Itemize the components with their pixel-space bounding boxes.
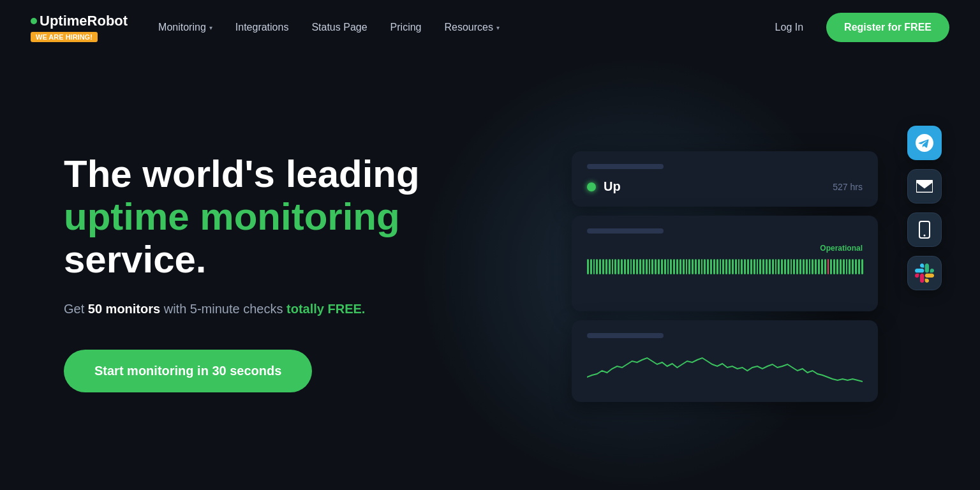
register-button[interactable]: Register for FREE xyxy=(826,13,949,42)
hero-dashboard: Up 527 hrs Operational // We'll render t… xyxy=(572,126,942,419)
monitor-card-response xyxy=(572,320,878,402)
cta-button[interactable]: Start monitoring in 30 seconds xyxy=(64,350,312,392)
logo-text: UptimeRobot xyxy=(31,13,128,29)
headline-line1: The world's leading xyxy=(64,152,420,195)
nav-integrations-label: Integrations xyxy=(235,22,289,33)
operational-label: Operational xyxy=(820,244,863,253)
uptime-bars-svg xyxy=(587,277,863,296)
subtext-green: totally FREE. xyxy=(286,302,365,316)
subtext-normal2: with 5-minute checks xyxy=(160,302,286,316)
hero-section: The world's leading uptime monitoring se… xyxy=(0,55,980,490)
svg-rect-2 xyxy=(923,221,926,222)
email-icon xyxy=(907,169,942,204)
monitor-card-uptime: Operational // We'll render these inline xyxy=(572,216,878,311)
notification-icons xyxy=(907,126,942,290)
nav-resources[interactable]: Resources ▾ xyxy=(444,22,499,33)
nav-right: Log In Register for FREE xyxy=(775,13,949,42)
nav-pricing-label: Pricing xyxy=(390,22,422,33)
chevron-down-icon-2: ▾ xyxy=(496,24,500,31)
card-bar-2 xyxy=(587,228,664,234)
subtext-bold: 50 monitors xyxy=(88,302,160,316)
login-link[interactable]: Log In xyxy=(775,22,803,33)
nav-status-page-label: Status Page xyxy=(311,22,367,33)
status-row: Up 527 hrs xyxy=(587,179,863,194)
hero-subtext: Get 50 monitors with 5-minute checks tot… xyxy=(64,299,523,319)
nav-status-page[interactable]: Status Page xyxy=(311,22,367,33)
subtext-normal1: Get xyxy=(64,302,88,316)
response-chart-svg xyxy=(587,348,863,387)
monitor-card-status: Up 527 hrs xyxy=(572,151,878,207)
card-bar-1 xyxy=(587,164,664,169)
mobile-icon xyxy=(907,212,942,247)
card-bar-3 xyxy=(587,333,664,338)
nav-integrations[interactable]: Integrations xyxy=(235,22,289,33)
nav-pricing[interactable]: Pricing xyxy=(390,22,422,33)
svg-point-1 xyxy=(924,235,926,237)
logo-wordmark: UptimeRobot xyxy=(40,13,128,29)
uptime-header: Operational xyxy=(587,244,863,253)
nav-resources-label: Resources xyxy=(444,22,493,33)
monitor-cards: Up 527 hrs Operational // We'll render t… xyxy=(572,151,878,402)
logo-dot xyxy=(31,18,37,24)
nav-links: Monitoring ▾ Integrations Status Page Pr… xyxy=(158,22,775,33)
hero-left: The world's leading uptime monitoring se… xyxy=(64,152,523,393)
slack-icon xyxy=(907,256,942,290)
navbar: UptimeRobot We are hiring! Monitoring ▾ … xyxy=(0,0,980,55)
status-dot-up xyxy=(587,182,596,191)
logo[interactable]: UptimeRobot We are hiring! xyxy=(31,13,128,42)
nav-monitoring-label: Monitoring xyxy=(158,22,206,33)
hero-headline: The world's leading uptime monitoring se… xyxy=(64,152,523,281)
hiring-badge: We are hiring! xyxy=(31,32,98,42)
uptime-bars: // We'll render these inline xyxy=(587,259,863,274)
status-hours: 527 hrs xyxy=(833,182,863,192)
telegram-icon xyxy=(907,126,942,160)
nav-monitoring[interactable]: Monitoring ▾ xyxy=(158,22,212,33)
status-label: Up xyxy=(604,179,621,194)
headline-line2: service. xyxy=(64,238,207,281)
headline-green: uptime monitoring xyxy=(64,195,400,238)
chevron-down-icon: ▾ xyxy=(209,24,212,31)
